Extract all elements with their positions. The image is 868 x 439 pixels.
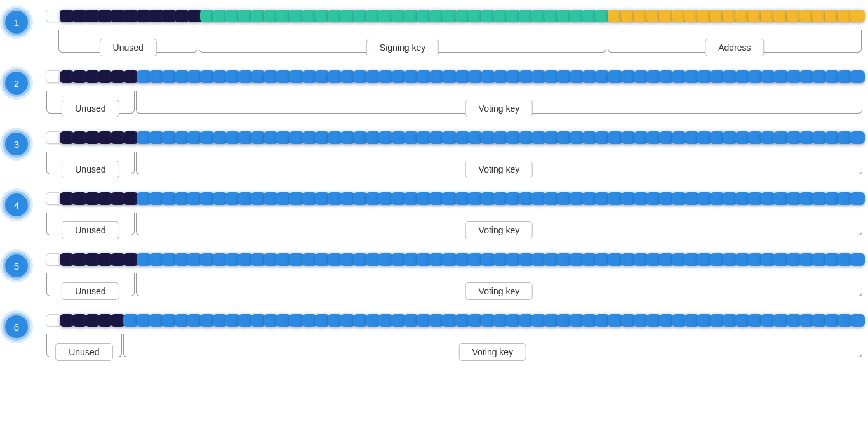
bracket-label: Signing key: [366, 39, 439, 56]
bits-strip: [46, 70, 863, 84]
diagram-row: 1UnusedSigning keyAddress: [5, 10, 863, 53]
bracket-label: Voting key: [465, 282, 533, 300]
bracket-label: Address: [705, 39, 764, 56]
diagram-row: 6UnusedVoting key: [5, 314, 863, 357]
brackets: UnusedVoting key: [46, 213, 863, 235]
row-number-badge: 5: [5, 254, 28, 277]
diagram-row: 3UnusedVoting key: [5, 131, 863, 174]
row-number-badge: 6: [5, 315, 28, 338]
bracket: Unused: [46, 213, 135, 235]
bracket: Unused: [46, 152, 135, 174]
row-number-badge: 3: [5, 133, 28, 155]
bracket-label: Voting key: [459, 343, 527, 361]
bits-strip: [46, 10, 863, 23]
bracket-label: Unused: [100, 39, 157, 56]
bracket: Voting key: [136, 213, 862, 235]
bracket-label: Unused: [62, 161, 119, 178]
brackets: UnusedVoting key: [46, 334, 863, 357]
bit-blue: [850, 70, 865, 83]
bracket-label: Voting key: [465, 221, 533, 239]
bits-strip: [46, 253, 863, 267]
bits-strip: [46, 131, 863, 145]
bracket: Signing key: [199, 30, 606, 53]
row-number-badge: 1: [5, 11, 28, 34]
bracket-label: Unused: [62, 100, 119, 117]
bit-blue: [850, 253, 865, 266]
diagram-row: 4UnusedVoting key: [5, 192, 863, 235]
row-content: UnusedVoting key: [46, 192, 863, 235]
row-number-badge: 4: [5, 193, 28, 216]
brackets: UnusedSigning keyAddress: [46, 30, 863, 53]
diagram-row: 2UnusedVoting key: [5, 70, 863, 114]
bits-strip: [46, 192, 863, 206]
bit-gold: [850, 10, 865, 22]
bracket-label: Unused: [62, 221, 119, 239]
bracket-label: Unused: [62, 282, 119, 300]
bracket: Voting key: [136, 91, 862, 114]
diagram-row: 5UnusedVoting key: [5, 253, 863, 296]
row-content: UnusedVoting key: [46, 70, 863, 114]
bracket: Unused: [46, 91, 135, 114]
bit-blue: [850, 131, 865, 144]
bracket-label: Unused: [55, 343, 112, 361]
row-content: UnusedVoting key: [46, 314, 863, 357]
brackets: UnusedVoting key: [46, 273, 863, 296]
bracket: Voting key: [136, 152, 862, 174]
bracket: Address: [608, 30, 862, 53]
bit-blue: [850, 314, 865, 327]
bracket: Unused: [46, 334, 122, 357]
bit-blue: [850, 192, 865, 205]
bits-strip: [46, 314, 863, 328]
row-content: UnusedVoting key: [46, 131, 863, 174]
brackets: UnusedVoting key: [46, 152, 863, 174]
bracket-label: Voting key: [465, 100, 533, 117]
bracket: Unused: [58, 30, 197, 53]
row-content: UnusedSigning keyAddress: [46, 10, 863, 53]
bracket-label: Voting key: [465, 161, 533, 178]
brackets: UnusedVoting key: [46, 91, 863, 114]
row-content: UnusedVoting key: [46, 253, 863, 296]
bracket: Unused: [46, 273, 135, 296]
bracket: Voting key: [136, 273, 862, 296]
row-number-badge: 2: [5, 72, 28, 95]
bracket: Voting key: [123, 334, 862, 357]
